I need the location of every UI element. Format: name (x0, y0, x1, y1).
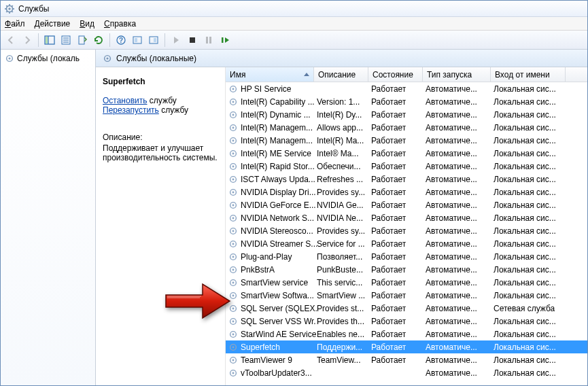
service-row[interactable]: Intel(R) Managem...Allows app...Работает… (226, 121, 587, 134)
service-row[interactable]: Intel(R) Rapid Stor...Обеспечи...Работае… (226, 160, 587, 173)
service-row[interactable]: NVIDIA Streamer S...Service for ...Работ… (226, 237, 587, 250)
service-row[interactable]: HP SI ServiceРаботаетАвтоматиче...Локаль… (226, 82, 587, 95)
service-name-cell: HP SI Service (241, 84, 291, 94)
service-desc-cell: This servic... (317, 278, 371, 287)
service-user-cell: Локальная сис... (494, 136, 568, 145)
col-desc[interactable]: Описание (314, 67, 368, 82)
service-user-cell: Локальная сис... (494, 188, 568, 197)
gear-icon (228, 188, 238, 197)
gear-icon (228, 226, 238, 236)
service-state-cell: Работает (371, 343, 426, 352)
menu-file[interactable]: Файл (5, 19, 25, 29)
service-name-cell: NVIDIA Network S... (241, 213, 314, 223)
service-row[interactable]: vToolbarUpdater3...Автоматиче...Локальна… (226, 366, 587, 379)
service-row[interactable]: ISCT Always Upda...Refreshes ...Работает… (226, 173, 587, 186)
service-row[interactable]: SQL Server VSS Wr...Provides th...Работа… (226, 315, 587, 328)
service-row[interactable]: NVIDIA Display Dri...Provides sy...Работ… (226, 186, 587, 198)
stop-service-button[interactable] (185, 33, 200, 48)
service-user-cell: Локальная сис... (494, 265, 568, 275)
service-row[interactable]: Intel(R) Capability ...Version: 1...Рабо… (226, 95, 587, 108)
service-row[interactable]: NVIDIA GeForce E...NVIDIA Ge...РаботаетА… (226, 198, 587, 211)
svg-point-39 (232, 126, 235, 128)
help-button[interactable]: ? (114, 33, 128, 48)
nav-back-button[interactable] (3, 33, 18, 48)
col-state[interactable]: Состояние (368, 67, 423, 82)
service-start-cell: Автоматиче... (426, 265, 494, 275)
service-desc-cell: Provides th... (317, 317, 371, 326)
menu-help[interactable]: Справка (104, 19, 136, 29)
export-button[interactable] (75, 33, 90, 48)
service-desc-cell: Позволяет... (317, 252, 371, 262)
svg-text:?: ? (119, 37, 123, 44)
col-start-label: Тип запуска (427, 70, 472, 80)
service-state-cell: Работает (371, 291, 426, 300)
service-name-cell: NVIDIA Stereosco... (241, 226, 313, 236)
col-desc-label: Описание (318, 70, 356, 80)
toolbar-separator (165, 33, 165, 47)
action-button-2[interactable] (146, 33, 161, 48)
svg-point-61 (232, 268, 235, 270)
tree-root-item[interactable]: Службы (локаль (1, 52, 95, 65)
service-row[interactable]: SuperfetchПоддержи...РаботаетАвтоматиче.… (226, 340, 587, 353)
service-start-cell: Автоматиче... (426, 304, 494, 313)
col-start[interactable]: Тип запуска (423, 67, 491, 82)
menu-view[interactable]: Вид (80, 19, 94, 29)
service-state-cell: Работает (371, 200, 426, 210)
col-state-label: Состояние (373, 70, 413, 80)
stop-suffix: службу (148, 96, 177, 105)
service-user-cell: Локальная сис... (494, 84, 568, 94)
refresh-button[interactable] (91, 33, 106, 48)
stop-service-link[interactable]: Остановить (103, 96, 148, 105)
service-row[interactable]: StarWind AE ServiceEnables ne...Работает… (226, 328, 587, 340)
service-row[interactable]: PnkBstrAPunkBuste...РаботаетАвтоматиче..… (226, 263, 587, 276)
restart-service-link[interactable]: Перезапустить (103, 105, 159, 115)
list-body[interactable]: HP SI ServiceРаботаетАвтоматиче...Локаль… (226, 82, 587, 385)
service-desc-cell: Allows app... (317, 123, 371, 133)
svg-point-47 (232, 178, 235, 180)
service-state-cell: Работает (371, 265, 426, 275)
start-service-button[interactable] (169, 33, 184, 48)
service-start-cell: Автоматиче... (426, 226, 494, 236)
service-row[interactable]: Intel(R) ME ServiceIntel® Ma...РаботаетА… (226, 147, 587, 160)
pause-service-button[interactable] (201, 33, 216, 48)
svg-point-69 (232, 320, 235, 322)
menu-action[interactable]: Действие (35, 19, 71, 29)
col-user[interactable]: Вход от имени (491, 67, 566, 82)
svg-rect-23 (154, 38, 156, 42)
action-button-1[interactable] (130, 33, 145, 48)
service-start-cell: Автоматиче... (426, 149, 494, 158)
description-label: Описание: (103, 133, 218, 142)
service-row[interactable]: SmartView serviceThis servic...РаботаетА… (226, 276, 587, 289)
nav-forward-button[interactable] (20, 33, 35, 48)
service-desc-cell: NVIDIA Ne... (317, 213, 371, 223)
main-area: Superfetch Остановить службу Перезапусти… (96, 67, 587, 385)
svg-point-45 (232, 165, 235, 167)
service-desc-cell: Version: 1... (317, 97, 371, 107)
service-row[interactable]: SQL Server (SQLEX...Provides st...Работа… (226, 302, 587, 315)
svg-line-8 (6, 11, 7, 12)
svg-point-51 (232, 204, 235, 206)
service-start-cell: Автоматиче... (426, 213, 494, 223)
properties-button[interactable] (58, 33, 73, 48)
service-row[interactable]: SmartView Softwa...SmartView ...Работает… (226, 289, 587, 302)
service-name-cell: SmartView service (241, 278, 308, 287)
show-hide-tree-button[interactable] (42, 33, 57, 48)
service-start-cell: Автоматиче... (426, 239, 494, 249)
col-name[interactable]: Имя (226, 67, 314, 82)
service-name-cell: Plug-and-Play (241, 252, 292, 262)
titlebar[interactable]: Службы (1, 1, 587, 17)
service-row[interactable]: Intel(R) Dynamic ...Intel(R) Dy...Работа… (226, 108, 587, 121)
gear-icon (228, 252, 238, 262)
service-row[interactable]: TeamViewer 9TeamView...РаботаетАвтоматич… (226, 353, 587, 366)
svg-rect-26 (209, 37, 211, 43)
service-desc-cell: Provides st... (317, 304, 371, 313)
service-row[interactable]: NVIDIA Stereosco...Provides sy...Работае… (226, 224, 587, 237)
service-row[interactable]: Plug-and-PlayПозволяет...РаботаетАвтомат… (226, 250, 587, 263)
service-user-cell: Локальная сис... (494, 343, 568, 352)
tree-pane[interactable]: Службы (локаль (1, 50, 96, 385)
service-row[interactable]: Intel(R) Managem...Intel(R) Ma...Работае… (226, 134, 587, 147)
service-state-cell: Работает (371, 317, 426, 326)
service-name-cell: ISCT Always Upda... (241, 175, 315, 184)
restart-service-button[interactable] (218, 33, 232, 48)
service-row[interactable]: NVIDIA Network S...NVIDIA Ne...РаботаетА… (226, 211, 587, 224)
